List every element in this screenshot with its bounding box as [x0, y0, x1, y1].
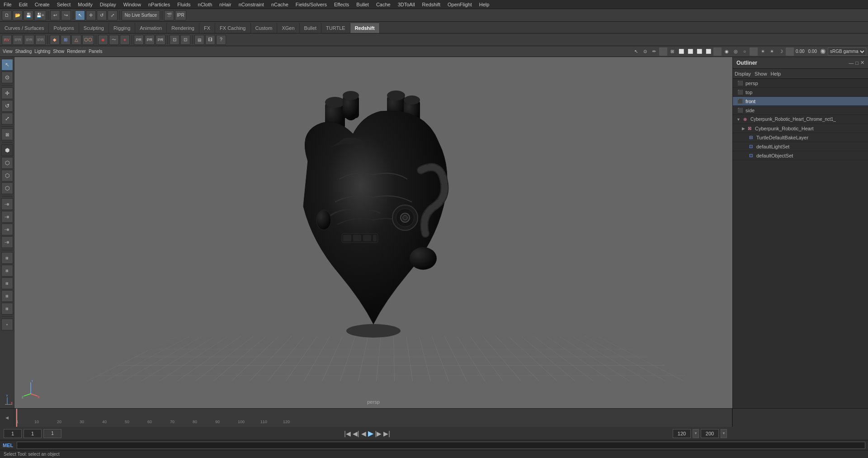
outliner-item-heart[interactable]: ▶ ⊠ Cyberpunk_Robotic_Heart: [733, 124, 868, 133]
menu-bullet[interactable]: Bullet: [353, 1, 373, 8]
vp-lasso-icon[interactable]: ⊙: [641, 48, 649, 56]
menu-cache[interactable]: Cache: [373, 1, 394, 8]
vp-light3[interactable]: ☽: [777, 48, 785, 56]
save-scene-btn[interactable]: 💾: [24, 10, 33, 20]
lt-anim1[interactable]: ⊞: [1, 252, 13, 264]
tab-redshift[interactable]: Redshift: [350, 23, 380, 33]
lt-move[interactable]: ✛: [1, 87, 13, 99]
lt-curve1[interactable]: ~⊕: [1, 198, 13, 210]
menu-fluids[interactable]: Fluids: [174, 1, 194, 8]
rs-rv-btn[interactable]: RV: [2, 35, 12, 45]
menu-nhair[interactable]: nHair: [216, 1, 235, 8]
menu-fields-solvers[interactable]: Fields/Solvers: [292, 1, 330, 8]
outliner-item-lightset[interactable]: ⊡ defaultLightSet: [733, 142, 868, 151]
timeline-ruler[interactable]: 1 10 20 30 40 50 60 70 80 90 100 110 120: [14, 409, 732, 427]
tab-bullet[interactable]: Bullet: [300, 23, 322, 33]
vp-shadow[interactable]: ⬜: [704, 48, 712, 56]
undo-btn[interactable]: ↩: [50, 10, 60, 20]
vp-circle3[interactable]: ○: [741, 48, 749, 56]
outliner-item-side[interactable]: ⬛ side: [733, 106, 868, 115]
lt-snap[interactable]: ⊠: [1, 129, 13, 140]
menu-modify[interactable]: Modify: [74, 1, 96, 8]
no-live-surface-btn[interactable]: No Live Surface: [122, 10, 160, 20]
menu-help[interactable]: Help: [476, 1, 493, 8]
outliner-help-menu[interactable]: Help: [771, 71, 781, 76]
menu-select[interactable]: Select: [53, 1, 75, 8]
outliner-minimize-btn[interactable]: —: [849, 60, 854, 66]
lt-sculpt1[interactable]: ⬢: [1, 144, 13, 156]
vp-renderer-menu[interactable]: Renderer: [66, 48, 87, 56]
menu-openflight[interactable]: OpenFlight: [444, 1, 476, 8]
play-back-btn[interactable]: ◀: [361, 430, 366, 437]
outliner-show-menu[interactable]: Show: [755, 71, 767, 76]
vp-wireframe[interactable]: ⬜: [677, 48, 685, 56]
menu-effects[interactable]: Effects: [330, 1, 353, 8]
menu-create[interactable]: Create: [31, 1, 53, 8]
frame-toggle[interactable]: ▼: [693, 429, 699, 438]
vp-light1[interactable]: ☀: [759, 48, 767, 56]
lt-anim3[interactable]: ⊞: [1, 277, 13, 289]
rs-cone-btn[interactable]: △: [71, 35, 81, 45]
rs-drop-btn[interactable]: ⊡: [170, 35, 179, 45]
rs-grid-btn[interactable]: ⊞: [61, 35, 71, 45]
open-scene-btn[interactable]: 📂: [13, 10, 23, 20]
tab-rigging[interactable]: Rigging: [109, 23, 135, 33]
tab-turtle[interactable]: TURTLE: [321, 23, 350, 33]
ipr-btn[interactable]: IPR: [175, 10, 186, 20]
outliner-maximize-btn[interactable]: □: [855, 60, 859, 66]
rs-pr2-btn[interactable]: PR: [145, 35, 155, 45]
vp-select-icon[interactable]: ↖: [632, 48, 640, 56]
lt-curve3[interactable]: ~⊕: [1, 224, 13, 235]
tab-custom[interactable]: Custom: [251, 23, 278, 33]
menu-nconstraint[interactable]: nConstraint: [235, 1, 268, 8]
go-to-start-btn[interactable]: |◀: [344, 430, 351, 437]
lt-scale[interactable]: ⤢: [1, 113, 13, 124]
vp-show-menu[interactable]: Show: [52, 48, 65, 56]
rs-ipr3-btn[interactable]: IPR: [35, 35, 46, 45]
rs-wave-btn[interactable]: 〜: [109, 35, 119, 45]
vp-gamma-toggle[interactable]: 🔘: [819, 48, 827, 56]
vp-lighting-menu[interactable]: Lighting: [33, 48, 51, 56]
mel-input[interactable]: [17, 442, 865, 449]
frame-toggle2[interactable]: ▼: [721, 429, 727, 438]
render-btn[interactable]: 🎬: [164, 10, 174, 20]
lt-rotate[interactable]: ↺: [1, 100, 13, 112]
rs-help-btn[interactable]: ?: [216, 35, 226, 45]
menu-edit[interactable]: Edit: [15, 1, 31, 8]
rotate-btn[interactable]: ↺: [97, 10, 107, 20]
menu-ncache[interactable]: nCache: [268, 1, 292, 8]
vp-circle1[interactable]: ◉: [722, 48, 731, 56]
outliner-display-menu[interactable]: Display: [735, 71, 751, 76]
tab-polygons[interactable]: Polygons: [49, 23, 79, 33]
step-back-btn[interactable]: ◀|: [353, 430, 359, 437]
rs-pr3-btn[interactable]: PR: [156, 35, 165, 45]
lt-extra[interactable]: +: [1, 319, 13, 330]
vp-circle2[interactable]: ◎: [731, 48, 740, 56]
rs-ipr-btn[interactable]: IPR: [13, 35, 23, 45]
menu-window[interactable]: Window: [120, 1, 145, 8]
vp-view-menu[interactable]: View: [2, 48, 14, 56]
menu-file[interactable]: File: [0, 1, 15, 8]
menu-3dtoall[interactable]: 3DToAll: [394, 1, 419, 8]
current-frame-input[interactable]: 1: [4, 429, 22, 438]
lt-anim2[interactable]: ⊞: [1, 265, 13, 277]
vp-smooth[interactable]: ⬜: [686, 48, 694, 56]
vp-gamma-select[interactable]: sRGB gamma: [828, 48, 866, 56]
lt-sculpt4[interactable]: ⬡: [1, 182, 13, 194]
lt-anim4[interactable]: ⊞: [1, 290, 13, 302]
scale-btn[interactable]: ⤢: [108, 10, 118, 20]
menu-nparticles[interactable]: nParticles: [145, 1, 174, 8]
step-fwd-btn[interactable]: |▶: [375, 430, 382, 437]
tab-fx-caching[interactable]: FX Caching: [215, 23, 250, 33]
select-btn[interactable]: ↖: [75, 10, 85, 20]
rs-shapes2-btn[interactable]: ⬡⬡: [82, 35, 94, 45]
menu-ncloth[interactable]: nCloth: [194, 1, 216, 8]
viewport[interactable]: persp Y X Z: [14, 57, 732, 408]
outliner-item-turtle[interactable]: ⊟ TurtleDefaultBakeLayer: [733, 133, 868, 142]
tab-sculpting[interactable]: Sculpting: [79, 23, 109, 33]
outliner-close-btn[interactable]: ✕: [860, 60, 864, 66]
outliner-item-objectset[interactable]: ⊡ defaultObjectSet: [733, 151, 868, 160]
vp-shading-menu[interactable]: Shading: [14, 48, 33, 56]
tab-fx[interactable]: FX: [199, 23, 215, 33]
range-start-display[interactable]: 120: [673, 429, 691, 438]
